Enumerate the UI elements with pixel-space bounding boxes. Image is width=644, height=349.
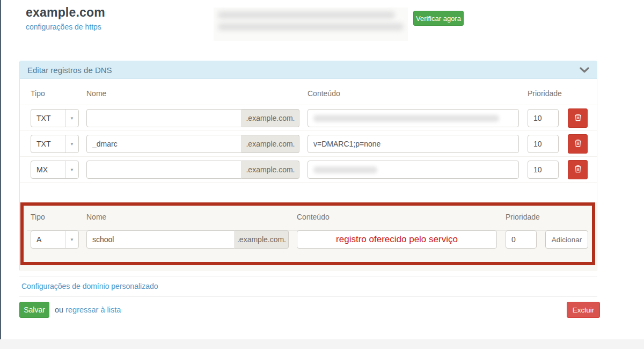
trash-icon [574,113,582,123]
record-type-value: TXT [31,110,65,127]
save-button[interactable]: Salvar [19,302,49,318]
column-header-content: Conteúdo [308,89,340,98]
panel-title: Editar registros de DNS [27,66,112,75]
column-header-type: Tipo [31,213,45,221]
redacted-content [313,115,499,122]
new-record-priority-input[interactable] [506,230,537,249]
record-type-select[interactable]: MX ▼ [31,161,79,179]
verify-now-button[interactable]: Verificar agora [413,11,464,26]
record-name-input[interactable] [86,161,242,179]
divider [19,296,597,297]
priority-input[interactable] [528,161,559,179]
add-record-button[interactable]: Adicionar [545,230,588,249]
column-header-content: Conteúdo [297,213,330,221]
record-content-input[interactable] [308,109,519,127]
dns-records-panel: Editar registros de DNS Tipo Nome Conteú… [19,61,597,271]
record-type-select[interactable]: TXT ▼ [31,135,79,153]
annotation-text: registro oferecido pelo serviço [336,234,458,245]
trash-icon [574,139,582,149]
redacted-text-line [218,11,395,19]
priority-input[interactable] [528,109,559,127]
caret-down-icon: ▼ [65,161,78,178]
chevron-down-icon[interactable] [580,67,589,73]
trash-icon [574,165,582,175]
caret-down-icon: ▼ [65,110,78,127]
new-record-type-select[interactable]: A ▼ [31,230,79,249]
column-header-name: Nome [86,89,106,98]
or-back-line: ou regressar à lista [55,306,121,314]
https-settings-link[interactable]: configurações de https [26,23,101,31]
dns-record-row: TXT ▼ .example.com. [20,131,597,157]
column-header-priority: Prioridade [528,89,562,98]
record-name-input[interactable] [86,135,242,153]
new-record-content-input[interactable]: registro oferecido pelo serviço [297,230,497,249]
delete-record-button[interactable] [568,108,588,128]
column-header-priority: Prioridade [506,213,540,221]
priority-input[interactable] [528,135,559,153]
or-text: ou [55,306,63,314]
new-record-name-input[interactable] [86,230,235,249]
record-type-select[interactable]: TXT ▼ [31,109,79,127]
record-content-input[interactable] [308,161,519,179]
add-record-section: Tipo Nome Conteúdo Prioridade A ▼ .examp… [20,202,597,271]
screen-left-edge [0,0,1,349]
back-to-list-link[interactable]: regressar à lista [65,306,121,314]
redacted-info-block [214,8,408,41]
panel-header[interactable]: Editar registros de DNS [20,61,597,79]
dns-record-row: MX ▼ .example.com. [20,157,597,183]
redacted-text-line [218,23,404,31]
record-type-value: MX [31,161,65,178]
custom-domain-settings-link[interactable]: Configurações de domínio personalizado [21,282,158,290]
column-header-type: Tipo [31,89,45,98]
domain-suffix-addon: .example.com. [242,135,299,153]
bottom-strip [0,339,644,349]
caret-down-icon: ▼ [65,135,78,152]
delete-record-button[interactable] [568,134,588,154]
record-name-input[interactable] [86,109,242,127]
column-header-name: Nome [86,213,106,221]
record-type-value: A [31,231,65,248]
record-type-value: TXT [31,135,65,152]
dns-record-row: TXT ▼ .example.com. [20,105,597,131]
divider [19,277,597,277]
domain-suffix-addon: .example.com. [242,109,299,127]
page-title: example.com [26,5,105,20]
record-content-input[interactable] [308,135,519,153]
caret-down-icon: ▼ [65,231,78,248]
redacted-content [313,166,377,173]
domain-suffix-addon: .example.com. [235,230,289,249]
dns-records-table: Tipo Nome Conteúdo Prioridade TXT ▼ .exa… [20,79,597,202]
delete-record-button[interactable] [568,160,588,179]
domain-suffix-addon: .example.com. [242,161,299,179]
delete-domain-button[interactable]: Excluir [567,302,600,318]
